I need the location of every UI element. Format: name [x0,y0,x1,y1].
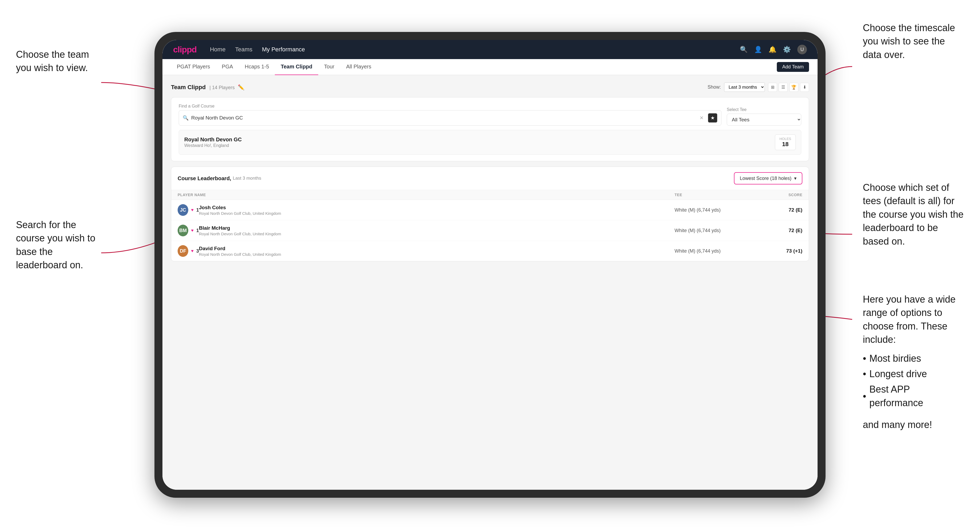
nav-logo: clippd [173,45,197,55]
course-search-panel: Find a Golf Course 🔍 ✕ ★ Select Tee [171,97,809,161]
heart-icon-2: ♥ [191,228,194,233]
holes-label: Holes [780,137,791,141]
score-cell-1: 72 (E) [754,207,802,213]
annotation-top-right: Choose the timescale you wish to see the… [863,21,964,62]
sub-nav: PGAT Players PGA Hcaps 1-5 Team Clippd T… [162,59,818,75]
tab-pgat-players[interactable]: PGAT Players [171,59,216,75]
tablet-screen: clippd Home Teams My Performance 🔍 👤 🔔 ⚙… [162,40,818,490]
tee-select-group: Select Tee All Tees [727,107,801,125]
tab-tour[interactable]: Tour [318,59,340,75]
player-avatar-1: JC [178,204,188,216]
rank-3: 3 [196,248,199,254]
rank-1: 1 [196,207,199,213]
col-tee: TEE [675,193,754,197]
app-container: clippd Home Teams My Performance 🔍 👤 🔔 ⚙… [162,40,818,490]
score-cell-2: 72 (E) [754,227,802,233]
player-club-2: Royal North Devon Golf Club, United King… [199,232,675,236]
tab-team-clippd[interactable]: Team Clippd [275,59,318,75]
search-row: Find a Golf Course 🔍 ✕ ★ Select Tee [179,104,801,125]
annotation-bottom-right: Here you have a wide range of options to… [863,293,964,432]
player-name-cell-2: Blair McHarg Royal North Devon Golf Club… [199,225,675,236]
col-score: SCORE [754,193,802,197]
player-name-1: Josh Coles [199,205,675,211]
bullet-app: • Best APP performance [863,383,964,410]
col-player-name: PLAYER NAME [178,193,675,197]
course-name: Royal North Devon GC [184,137,775,143]
leaderboard-table: PLAYER NAME TEE SCORE JC ♥ 1 [171,190,809,261]
nav-icons: 🔍 👤 🔔 ⚙️ U [740,45,807,54]
grid-view-button[interactable]: ⊞ [768,83,777,92]
course-search-group: Find a Golf Course 🔍 ✕ ★ [179,104,721,125]
team-header: Team Clippd | 14 Players ✏️ Show: Last 3… [171,83,809,92]
course-result: Royal North Devon GC Westward Ho!, Engla… [179,130,801,155]
tee-cell-1: White (M) (6,744 yds) [675,207,754,213]
table-header: PLAYER NAME TEE SCORE [171,190,809,200]
annotation-top-left: Choose the team you wish to view. [16,48,101,75]
people-icon[interactable]: 👤 [754,46,762,53]
player-name-cell-3: David Ford Royal North Devon Golf Club, … [199,246,675,257]
course-location: Westward Ho!, England [184,143,775,148]
rank-2: 1 [196,228,199,233]
tee-cell-3: White (M) (6,744 yds) [675,248,754,254]
player-name-2: Blair McHarg [199,225,675,231]
search-icon-small: 🔍 [183,115,189,121]
team-show-options: Show: Last 3 months ⊞ ☰ 🏆 ⬇ [708,83,809,92]
table-row: BM ♥ 1 Blair McHarg Royal North Devon Go… [171,221,809,241]
annotation-middle-right: Choose which set of tees (default is all… [863,181,964,248]
player-avatar-3: DF [178,245,188,257]
nav-link-home[interactable]: Home [210,46,226,53]
player-rank-cell-1: JC ♥ 1 [178,204,199,216]
tab-pga[interactable]: PGA [216,59,239,75]
view-icons: ⊞ ☰ 🏆 ⬇ [768,83,809,92]
team-title: Team Clippd | 14 Players [171,84,235,91]
show-period-select[interactable]: Last 3 months [724,83,765,92]
tee-select[interactable]: All Tees [727,114,801,125]
annotation-footer: and many more! [863,418,964,432]
tab-hcaps[interactable]: Hcaps 1-5 [239,59,275,75]
select-tee-label: Select Tee [727,107,801,112]
trophy-view-button[interactable]: 🏆 [789,83,799,92]
bullet-birdies: • Most birdies [863,352,964,365]
user-avatar[interactable]: U [797,45,807,54]
settings-icon[interactable]: ⚙️ [783,46,791,53]
player-avatar-2: BM [178,225,188,237]
score-type-select[interactable]: Lowest Score (18 holes) ▾ [734,172,802,184]
download-button[interactable]: ⬇ [800,83,809,92]
leaderboard-title: Course Leaderboard, [178,175,231,181]
tablet-device: clippd Home Teams My Performance 🔍 👤 🔔 ⚙… [154,32,826,498]
search-icon[interactable]: 🔍 [740,46,748,53]
course-info: Royal North Devon GC Westward Ho!, Engla… [184,137,775,148]
bullet-drive: • Longest drive [863,367,964,381]
annotation-middle-left: Search for the course you wish to base t… [16,218,101,272]
player-name-cell-1: Josh Coles Royal North Devon Golf Club, … [199,205,675,216]
nav-link-my-performance[interactable]: My Performance [262,46,305,53]
list-view-button[interactable]: ☰ [779,83,788,92]
tab-all-players[interactable]: All Players [340,59,377,75]
leaderboard-header: Course Leaderboard, Last 3 months Lowest… [171,167,809,190]
player-club-3: Royal North Devon Golf Club, United King… [199,252,675,257]
top-nav: clippd Home Teams My Performance 🔍 👤 🔔 ⚙… [162,40,818,59]
leaderboard-panel: Course Leaderboard, Last 3 months Lowest… [171,167,809,261]
team-player-count: | 14 Players [210,85,235,90]
table-row: DF ♥ 3 David Ford Royal North Devon Golf… [171,241,809,261]
search-input-wrapper: 🔍 ✕ ★ [179,110,721,125]
add-team-button[interactable]: Add Team [777,62,809,72]
bell-icon[interactable]: 🔔 [768,46,776,53]
player-name-3: David Ford [199,246,675,252]
holes-badge: Holes 18 [775,135,796,150]
holes-number: 18 [780,141,791,148]
course-search-input[interactable] [191,115,697,121]
heart-icon-3: ♥ [191,249,194,253]
score-cell-3: 73 (+1) [754,248,802,254]
edit-icon[interactable]: ✏️ [238,84,245,90]
player-rank-cell-3: DF ♥ 3 [178,245,199,257]
favorite-button[interactable]: ★ [708,113,718,123]
leaderboard-period: Last 3 months [233,176,261,181]
heart-icon-1: ♥ [191,208,194,213]
clear-search-button[interactable]: ✕ [700,115,703,121]
player-club-1: Royal North Devon Golf Club, United King… [199,211,675,216]
find-course-label: Find a Golf Course [179,104,721,109]
player-rank-cell-2: BM ♥ 1 [178,225,199,237]
table-row: JC ♥ 1 Josh Coles Royal North Devon Golf… [171,200,809,221]
nav-link-teams[interactable]: Teams [235,46,253,53]
